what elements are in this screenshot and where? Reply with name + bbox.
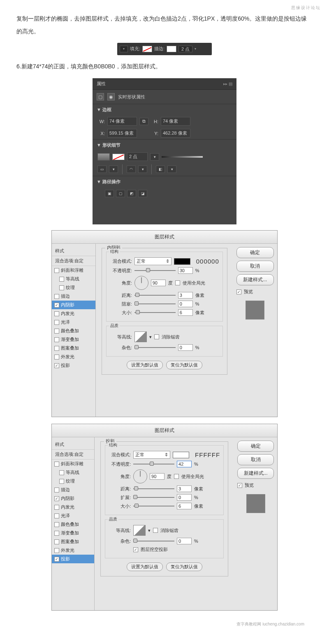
style-drop-shadow[interactable]: ✓投影 [52,361,95,370]
global-light-checkbox[interactable] [174,474,179,479]
anti-alias-checkbox[interactable] [153,528,158,533]
dropdown-icon[interactable]: ▾ [138,166,147,173]
noise-slider[interactable] [134,345,176,350]
style-outer-glow[interactable]: 外发光 [52,546,94,555]
dropdown-icon[interactable]: ▾ [109,166,118,173]
stroke-width[interactable]: 2 点 [127,152,148,161]
distance-input[interactable]: 3 [177,485,192,492]
color-swatch[interactable] [174,258,190,265]
exclude-icon[interactable]: ◪ [138,190,147,197]
style-drop-shadow[interactable]: ✓投影 [52,555,94,563]
style-color-overlay[interactable]: 颜色叠加 [52,327,95,335]
y-input[interactable]: 462.28 像素 [161,129,190,138]
cancel-button[interactable]: 取消 [237,454,274,465]
choke-slider[interactable] [134,301,176,306]
style-contour[interactable]: 等高线 [52,468,94,477]
contour-picker[interactable] [133,525,146,536]
reset-default-button[interactable]: 复位为默认值 [166,361,202,369]
style-texture[interactable]: 纹理 [52,283,95,292]
blend-options[interactable]: 混合选项:自定 [52,450,94,460]
style-inner-glow[interactable]: 内发光 [52,503,94,511]
style-gradient-overlay[interactable]: 渐变叠加 [52,529,94,537]
style-stroke[interactable]: 描边 [52,292,95,301]
spread-slider[interactable] [133,495,174,500]
x-input[interactable]: 599.15 像素 [107,129,137,138]
intersect-icon[interactable]: ◩ [127,190,136,197]
cap-icon[interactable]: ◠ [127,166,136,173]
opacity-slider[interactable] [134,268,176,273]
new-style-button[interactable]: 新建样式... [237,468,274,479]
blend-options[interactable]: 混合选项:自定 [52,256,95,266]
set-default-button[interactable]: 设置为默认值 [127,361,163,369]
style-inner-glow[interactable]: 内发光 [52,309,95,318]
angle-dial[interactable] [133,469,147,483]
style-texture[interactable]: 纹理 [52,477,94,485]
noise-input[interactable]: 0 [178,344,193,351]
panel-menu-icon[interactable]: ▸▸ ▤ [223,82,232,86]
cancel-button[interactable]: 取消 [236,261,274,272]
reset-default-button[interactable]: 复位为默认值 [166,562,202,571]
color-swatch[interactable] [173,452,189,458]
noise-slider[interactable] [133,539,174,544]
link-wh-icon[interactable]: ⧉ [139,118,148,125]
stroke-weight-slider[interactable] [162,156,203,158]
blend-mode-select[interactable]: 正常⇕ [133,451,170,459]
stroke-swatch-white[interactable] [167,46,176,52]
subtract-icon[interactable]: ▢ [116,190,125,197]
fill-swatch[interactable] [97,153,110,161]
distance-slider[interactable] [133,486,174,491]
choke-input[interactable]: 0 [178,301,193,307]
path-section[interactable]: ▼ 路径操作 [93,176,236,187]
stroke-align-icon[interactable]: ▭ [97,166,107,173]
style-pattern-overlay[interactable]: 图案叠加 [52,537,94,546]
fill-swatch-none[interactable] [142,46,152,52]
distance-input[interactable]: 3 [178,292,193,299]
dropdown-arrow-icon[interactable]: ▾ [195,47,196,51]
size-input[interactable]: 6 [178,309,193,316]
combine-icon[interactable]: ▣ [105,190,114,197]
style-color-overlay[interactable]: 颜色叠加 [52,520,94,529]
style-bevel[interactable]: 斜面和浮雕 [52,460,94,468]
style-satin[interactable]: 光泽 [52,318,95,327]
height-input[interactable]: 74 像素 [161,117,190,126]
layer-dropdown[interactable]: ▾ [120,46,128,52]
spread-input[interactable]: 0 [177,494,192,501]
global-light-checkbox[interactable] [175,280,180,285]
shape-section[interactable]: ▼ 形状细节 [93,139,236,151]
stroke-swatch[interactable] [112,154,125,160]
angle-input[interactable]: 90 [150,473,164,480]
style-inner-shadow[interactable]: ✓内阴影 [52,494,94,503]
bounds-section[interactable]: ▼ 边框 [93,104,236,115]
noise-input[interactable]: 0 [177,538,192,544]
ok-button[interactable]: 确定 [237,441,274,452]
size-slider[interactable] [133,504,174,509]
size-input[interactable]: 6 [177,503,192,509]
dropdown-icon[interactable]: ▾ [167,166,176,173]
preview-checkbox[interactable]: ✓ [237,483,242,488]
opacity-input[interactable]: 30 [178,267,193,274]
preview-checkbox[interactable]: ✓ [236,289,241,294]
style-pattern-overlay[interactable]: 图案叠加 [52,344,95,352]
stroke-width-input[interactable]: 2 点 [178,46,192,52]
width-input[interactable]: 74 像素 [107,117,137,126]
angle-dial[interactable] [134,276,148,290]
style-stroke[interactable]: 描边 [52,485,94,494]
set-default-button[interactable]: 设置为默认值 [127,562,163,571]
size-slider[interactable] [134,310,176,315]
opacity-slider[interactable] [133,462,174,467]
style-inner-shadow[interactable]: ✓内阴影 [52,301,95,309]
knockout-checkbox[interactable]: ✓ [133,547,138,552]
style-satin[interactable]: 光泽 [52,511,94,520]
style-outer-glow[interactable]: 外发光 [52,352,95,361]
style-gradient-overlay[interactable]: 渐变叠加 [52,335,95,344]
blend-mode-select[interactable]: 正常⇕ [134,257,171,265]
angle-input[interactable]: 90 [151,280,166,286]
style-bevel[interactable]: 斜面和浮雕 [52,266,95,275]
ok-button[interactable]: 确定 [236,247,274,258]
contour-picker[interactable] [134,331,147,342]
opacity-input[interactable]: 42 [177,461,192,467]
anti-alias-checkbox[interactable] [154,334,159,339]
style-contour[interactable]: 等高线 [52,275,95,283]
join-icon[interactable]: ◧ [156,166,165,173]
stroke-dropdown-icon[interactable]: ▾ [150,153,159,161]
